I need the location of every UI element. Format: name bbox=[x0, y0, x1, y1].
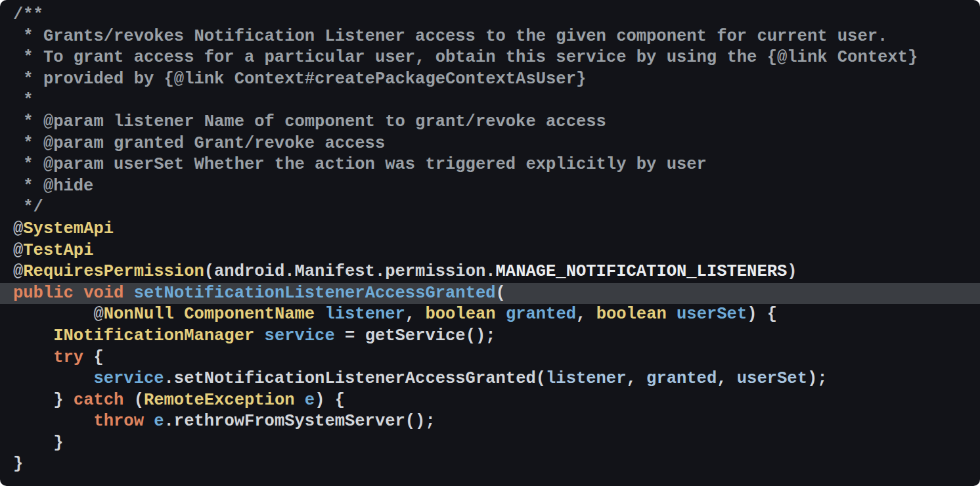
token-comment: * @param granted Grant/revoke access bbox=[13, 134, 385, 153]
token-plain: (android.Manifest.permission. bbox=[204, 262, 496, 281]
code-line[interactable]: throw e.rethrowFromSystemServer(); bbox=[0, 411, 980, 433]
token-plain: , bbox=[576, 305, 596, 324]
token-plain: ( bbox=[496, 284, 506, 303]
token-plain: .setNotificationListenerAccessGranted( bbox=[164, 369, 546, 388]
token-type: ComponentName bbox=[184, 305, 315, 324]
code-line[interactable]: */ bbox=[0, 197, 980, 219]
token-plain bbox=[13, 369, 93, 388]
code-line[interactable]: * bbox=[0, 90, 980, 112]
token-plain bbox=[667, 305, 677, 324]
token-variable: service bbox=[93, 369, 164, 388]
token-annotation: RequiresPermission bbox=[23, 262, 204, 281]
token-comment: * bbox=[13, 91, 33, 110]
code-line[interactable]: } bbox=[0, 433, 980, 454]
token-plain bbox=[13, 326, 53, 345]
code-line[interactable]: * provided by {@link Context#createPacka… bbox=[0, 69, 980, 91]
code-line[interactable]: @RequiresPermission(android.Manifest.per… bbox=[0, 261, 980, 283]
token-type: INotificationManager bbox=[53, 326, 254, 345]
token-plain: = getService(); bbox=[335, 326, 496, 345]
code-line[interactable]: * To grant access for a particular user,… bbox=[0, 47, 980, 69]
token-annotation: TestApi bbox=[23, 241, 93, 260]
token-plain: , bbox=[626, 369, 646, 388]
code-line[interactable]: * @param listener Name of component to g… bbox=[0, 112, 980, 133]
token-comment: /** bbox=[13, 5, 43, 24]
token-variable: granted bbox=[506, 305, 576, 324]
code-line[interactable]: * @hide bbox=[0, 176, 980, 198]
code-editor: /** * Grants/revokes Notification Listen… bbox=[0, 0, 980, 486]
token-plain bbox=[254, 326, 264, 345]
token-plain: } bbox=[13, 433, 64, 453]
token-comment: * @param listener Name of component to g… bbox=[13, 112, 606, 131]
token-type: boolean bbox=[596, 305, 667, 324]
token-annotation: NonNull bbox=[104, 305, 174, 324]
token-plain: ) bbox=[787, 262, 797, 281]
token-plain bbox=[123, 284, 133, 303]
token-plain bbox=[144, 412, 154, 431]
token-annotation: SystemApi bbox=[23, 219, 114, 238]
code-line[interactable]: @NonNull ComponentName listener, boolean… bbox=[0, 304, 980, 326]
token-plain: ); bbox=[807, 369, 828, 388]
token-plain bbox=[74, 284, 83, 303]
token-punct: @ bbox=[13, 262, 23, 281]
token-constant: MANAGE_NOTIFICATION_LISTENERS bbox=[496, 262, 788, 281]
token-keyword: void bbox=[83, 284, 123, 303]
token-comment: * Grants/revokes Notification Listener a… bbox=[13, 27, 887, 46]
token-plain: { bbox=[83, 348, 104, 367]
code-line[interactable]: @TestApi bbox=[0, 240, 980, 262]
token-variable: listener bbox=[324, 305, 405, 324]
code-line[interactable]: try { bbox=[0, 347, 980, 369]
token-argument: granted bbox=[646, 369, 717, 388]
code-line[interactable]: * @param userSet Whether the action was … bbox=[0, 154, 980, 176]
code-line[interactable]: } bbox=[0, 454, 980, 475]
code-line[interactable]: service.setNotificationListenerAccessGra… bbox=[0, 368, 980, 390]
token-argument: listener bbox=[546, 369, 626, 388]
token-plain: } bbox=[13, 391, 74, 410]
token-plain: } bbox=[13, 454, 23, 474]
code-line[interactable]: * Grants/revokes Notification Listener a… bbox=[0, 26, 980, 48]
token-comment: */ bbox=[13, 198, 43, 217]
token-declaration: setNotificationListenerAccessGranted bbox=[134, 284, 496, 303]
token-plain bbox=[13, 305, 93, 324]
token-punct: @ bbox=[93, 305, 103, 324]
token-keyword: throw bbox=[93, 412, 144, 431]
token-type: RemoteException bbox=[144, 391, 295, 410]
token-plain: , bbox=[717, 369, 737, 388]
token-plain: , bbox=[405, 305, 426, 324]
code-line[interactable]: @SystemApi bbox=[0, 219, 980, 240]
token-plain: .rethrowFromSystemServer(); bbox=[164, 412, 435, 431]
token-plain bbox=[174, 305, 184, 324]
token-plain bbox=[315, 305, 324, 324]
token-variable: e bbox=[305, 391, 315, 410]
code-line-highlighted[interactable]: public void setNotificationListenerAcces… bbox=[0, 283, 980, 305]
token-plain: ) { bbox=[747, 305, 777, 324]
token-comment: * @hide bbox=[13, 177, 93, 196]
token-plain bbox=[496, 305, 506, 324]
code-line[interactable]: INotificationManager service = getServic… bbox=[0, 326, 980, 347]
token-argument: userSet bbox=[737, 369, 807, 388]
token-variable: service bbox=[265, 326, 335, 345]
code-line[interactable]: } catch (RemoteException e) { bbox=[0, 390, 980, 412]
token-variable: e bbox=[154, 412, 164, 431]
token-comment: * @param userSet Whether the action was … bbox=[13, 155, 707, 174]
code-line[interactable]: /** bbox=[0, 5, 980, 26]
token-plain bbox=[13, 348, 53, 367]
token-plain: ) { bbox=[315, 391, 345, 410]
token-punct: @ bbox=[13, 241, 23, 260]
token-keyword: try bbox=[53, 348, 83, 367]
token-comment: * To grant access for a particular user,… bbox=[13, 48, 918, 67]
token-comment: * provided by {@link Context#createPacka… bbox=[13, 70, 586, 89]
token-type: boolean bbox=[425, 305, 495, 324]
token-plain bbox=[295, 391, 305, 410]
token-plain bbox=[13, 412, 93, 431]
token-punct: @ bbox=[13, 219, 23, 238]
token-variable: userSet bbox=[677, 305, 747, 324]
code-line[interactable]: * @param granted Grant/revoke access bbox=[0, 133, 980, 155]
token-keyword: catch bbox=[74, 391, 124, 410]
token-plain: ( bbox=[123, 391, 144, 410]
token-keyword: public bbox=[13, 284, 74, 303]
